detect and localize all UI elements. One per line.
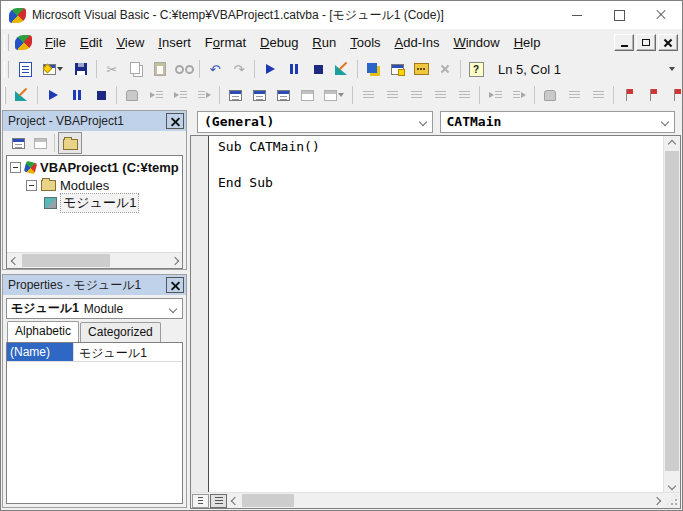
redo-button[interactable]: ↷ bbox=[227, 58, 251, 80]
menu-file[interactable]: File bbox=[38, 32, 73, 53]
toggle-bookmark-button[interactable] bbox=[617, 84, 641, 106]
scroll-right-button[interactable] bbox=[649, 493, 664, 508]
toolbar-gripper[interactable] bbox=[4, 61, 9, 78]
property-row-name[interactable]: (Name) モジュール1 bbox=[7, 343, 182, 362]
next-bookmark-button[interactable] bbox=[641, 84, 665, 106]
find-button[interactable] bbox=[172, 58, 196, 80]
view-host-application-button[interactable] bbox=[13, 58, 37, 80]
toggle-breakpoint-button[interactable] bbox=[120, 84, 144, 106]
scroll-right-button[interactable] bbox=[167, 253, 182, 268]
list-properties-button[interactable] bbox=[356, 84, 380, 106]
full-module-view-button[interactable] bbox=[210, 494, 227, 508]
minimize-button[interactable] bbox=[556, 1, 598, 29]
maximize-button[interactable] bbox=[598, 1, 640, 29]
save-button[interactable] bbox=[69, 58, 93, 80]
tab-alphabetic[interactable]: Alphabetic bbox=[7, 321, 79, 342]
properties-panel-caption[interactable]: Properties - モジュール1 bbox=[3, 275, 186, 295]
object-select-combo[interactable]: モジュール1 Module bbox=[6, 298, 183, 319]
break-button[interactable] bbox=[282, 58, 306, 80]
project-explorer-button[interactable] bbox=[361, 58, 385, 80]
immediate-window-button[interactable] bbox=[247, 84, 271, 106]
menu-tools[interactable]: Tools bbox=[343, 32, 387, 53]
properties-window-button[interactable] bbox=[385, 58, 409, 80]
quick-watch-button[interactable] bbox=[295, 84, 319, 106]
mdi-restore-button[interactable] bbox=[636, 34, 656, 51]
code-text[interactable]: Sub CATMain() End Sub bbox=[209, 137, 663, 493]
code-line-1[interactable]: Sub CATMain() bbox=[218, 139, 663, 157]
menu-run[interactable]: Run bbox=[305, 32, 343, 53]
mdi-close-button[interactable] bbox=[658, 34, 678, 51]
run-macro-button[interactable] bbox=[258, 58, 282, 80]
close-button[interactable] bbox=[640, 1, 682, 29]
properties-panel-close-button[interactable] bbox=[166, 277, 184, 293]
parameter-info-button[interactable] bbox=[428, 84, 452, 106]
tree-item-project[interactable]: VBAProject1 (C:¥temp bbox=[7, 158, 182, 176]
help-button[interactable]: ? bbox=[464, 58, 488, 80]
margin-indicator-bar[interactable] bbox=[191, 136, 209, 493]
resize-grip[interactable] bbox=[664, 493, 680, 508]
run-button-2[interactable] bbox=[41, 84, 65, 106]
code-line-2[interactable] bbox=[218, 157, 663, 175]
collapse-icon[interactable] bbox=[26, 180, 37, 191]
project-panel-close-button[interactable] bbox=[166, 113, 184, 129]
scroll-down-button[interactable] bbox=[664, 478, 680, 493]
menu-addins[interactable]: Add-Ins bbox=[388, 32, 447, 53]
project-horizontal-scrollbar[interactable] bbox=[7, 252, 182, 268]
view-code-button[interactable] bbox=[7, 133, 29, 153]
mdi-minimize-button[interactable] bbox=[614, 34, 634, 51]
procedure-view-button[interactable] bbox=[192, 494, 209, 508]
menu-format[interactable]: Format bbox=[198, 32, 253, 53]
scroll-up-button[interactable] bbox=[664, 136, 680, 151]
complete-word-button[interactable] bbox=[452, 84, 476, 106]
object-dropdown[interactable]: (General) bbox=[197, 111, 433, 133]
previous-bookmark-button[interactable] bbox=[665, 84, 683, 106]
tree-item-module1[interactable]: モジュール1 bbox=[7, 194, 182, 212]
toolbar-gripper[interactable] bbox=[4, 34, 9, 51]
break-button-2[interactable] bbox=[65, 84, 89, 106]
property-key[interactable]: (Name) bbox=[7, 343, 73, 361]
indent-button[interactable] bbox=[483, 84, 507, 106]
step-out-button[interactable] bbox=[192, 84, 216, 106]
code-line-3[interactable]: End Sub bbox=[218, 175, 663, 193]
cut-button[interactable]: ✂ bbox=[100, 58, 124, 80]
code-editor[interactable]: Sub CATMain() End Sub bbox=[190, 135, 681, 509]
code-vertical-scrollbar[interactable] bbox=[663, 136, 680, 493]
uncomment-block-button[interactable] bbox=[586, 84, 610, 106]
list-constants-button[interactable] bbox=[380, 84, 404, 106]
step-into-button[interactable] bbox=[144, 84, 168, 106]
call-stack-button[interactable] bbox=[319, 84, 349, 106]
undo-button[interactable]: ↶ bbox=[203, 58, 227, 80]
scroll-left-button[interactable] bbox=[7, 253, 22, 268]
object-browser-button[interactable] bbox=[409, 58, 433, 80]
design-mode-button[interactable] bbox=[330, 58, 354, 80]
quick-info-button[interactable] bbox=[404, 84, 428, 106]
locals-window-button[interactable] bbox=[223, 84, 247, 106]
tab-categorized[interactable]: Categorized bbox=[80, 322, 161, 342]
procedure-dropdown[interactable]: CATMain bbox=[440, 111, 676, 133]
design-mode-button-2[interactable] bbox=[10, 84, 34, 106]
toggle-breakpoint-button-2[interactable] bbox=[538, 84, 562, 106]
menu-debug[interactable]: Debug bbox=[253, 32, 305, 53]
comment-block-button[interactable] bbox=[562, 84, 586, 106]
collapse-icon[interactable] bbox=[10, 162, 21, 173]
menu-edit[interactable]: Edit bbox=[73, 32, 109, 53]
menu-insert[interactable]: Insert bbox=[151, 32, 198, 53]
toolbox-button[interactable] bbox=[433, 58, 457, 80]
scrollbar-thumb[interactable] bbox=[22, 254, 110, 267]
menu-view[interactable]: View bbox=[109, 32, 151, 53]
view-object-button[interactable] bbox=[29, 133, 51, 153]
project-panel-caption[interactable]: Project - VBAProject1 bbox=[3, 111, 186, 131]
property-value[interactable]: モジュール1 bbox=[73, 343, 182, 361]
step-over-button[interactable] bbox=[168, 84, 192, 106]
watch-window-button[interactable] bbox=[271, 84, 295, 106]
outdent-button[interactable] bbox=[507, 84, 531, 106]
scroll-left-button[interactable] bbox=[227, 493, 242, 508]
insert-module-button[interactable] bbox=[37, 58, 69, 80]
toolbar-gripper[interactable] bbox=[4, 87, 6, 104]
toggle-folders-button[interactable] bbox=[58, 132, 82, 154]
tree-item-modules[interactable]: Modules bbox=[7, 176, 182, 194]
reset-button-2[interactable] bbox=[89, 84, 113, 106]
toolbar-options-icon[interactable] bbox=[669, 67, 675, 71]
menu-help[interactable]: Help bbox=[507, 32, 548, 53]
scrollbar-thumb[interactable] bbox=[242, 494, 294, 507]
